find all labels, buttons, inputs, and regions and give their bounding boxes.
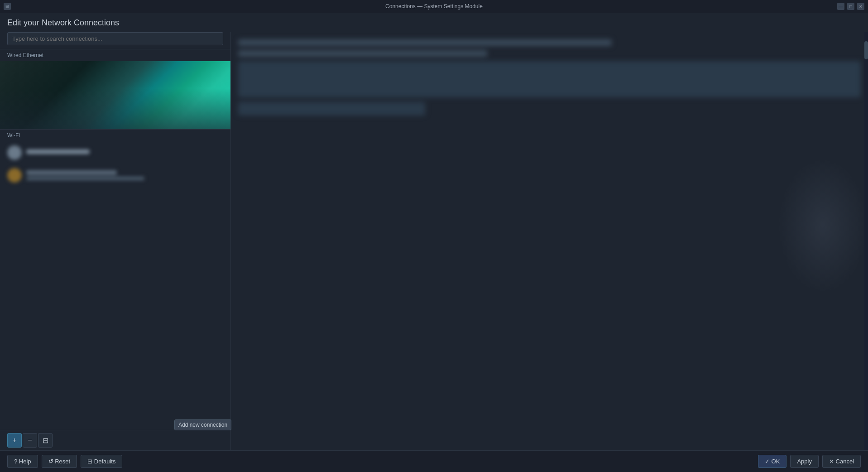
wifi-item-2-text xyxy=(26,170,223,180)
scrollbar-track[interactable] xyxy=(864,32,868,450)
content-area: Wired Ethernet Wi-Fi xyxy=(0,32,868,450)
bottom-bar: ? Help ↺ Reset ⊟ Defaults ✓ OK Apply ✕ C… xyxy=(0,450,868,472)
scrollbar-thumb[interactable] xyxy=(864,41,868,59)
remove-connection-button[interactable]: − xyxy=(23,433,37,448)
right-panel xyxy=(231,32,868,450)
wifi-item-2-icon xyxy=(7,168,22,183)
wired-connection-item[interactable] xyxy=(0,61,230,129)
right-blurred-line-2 xyxy=(238,50,487,57)
maximize-button[interactable]: □ xyxy=(847,3,854,10)
add-connection-tooltip: Add new connection xyxy=(174,419,231,430)
wifi-header: Wi-Fi xyxy=(0,129,230,141)
bottom-right-controls: ✓ OK Apply ✕ Cancel xyxy=(758,455,861,468)
wifi-connection-item-1[interactable] xyxy=(0,141,230,164)
search-input[interactable] xyxy=(7,32,223,45)
wifi-item-2-content xyxy=(7,168,223,183)
wifi-item-1-icon xyxy=(7,145,22,160)
right-blurred-section-1 xyxy=(238,61,861,97)
main-content: Edit your Network Connections Wired Ethe… xyxy=(0,13,868,450)
glow-effect xyxy=(777,158,868,294)
wifi-item-2-detail xyxy=(26,177,144,180)
connections-list: Wired Ethernet Wi-Fi xyxy=(0,49,230,430)
connection-toolbar: + − ⊟ Add new connection xyxy=(0,430,230,450)
right-panel-blurred-content xyxy=(231,32,868,127)
title-bar: ⊞ Connections — System Settings Module —… xyxy=(0,0,868,13)
wired-ethernet-header: Wired Ethernet xyxy=(0,49,230,61)
left-panel: Wired Ethernet Wi-Fi xyxy=(0,32,231,450)
ok-button[interactable]: ✓ OK xyxy=(758,455,786,468)
app-icon: ⊞ xyxy=(4,3,11,10)
bottom-left-controls: ? Help ↺ Reset ⊟ Defaults xyxy=(7,455,122,468)
minimize-button[interactable]: — xyxy=(837,3,844,10)
add-connection-button[interactable]: + xyxy=(7,433,22,448)
window-controls: — □ ✕ xyxy=(837,3,864,10)
edit-connection-button[interactable]: ⊟ xyxy=(38,433,53,448)
right-blurred-section-2 xyxy=(238,102,425,116)
wifi-item-2-name xyxy=(26,170,117,175)
page-title: Edit your Network Connections xyxy=(0,13,868,32)
apply-button[interactable]: Apply xyxy=(790,455,819,468)
help-button[interactable]: ? Help xyxy=(7,455,38,468)
wifi-item-1-name xyxy=(26,149,90,154)
wired-connection-preview xyxy=(0,61,230,129)
cancel-button[interactable]: ✕ Cancel xyxy=(822,455,861,468)
wifi-item-1-text xyxy=(26,149,223,156)
right-blurred-line-1 xyxy=(238,39,612,46)
reset-button[interactable]: ↺ Reset xyxy=(42,455,77,468)
close-button[interactable]: ✕ xyxy=(857,3,864,10)
defaults-button[interactable]: ⊟ Defaults xyxy=(81,455,122,468)
window-title: Connections — System Settings Module xyxy=(385,3,483,10)
wifi-item-1-content xyxy=(7,145,223,160)
wifi-connection-item-2[interactable] xyxy=(0,164,230,187)
